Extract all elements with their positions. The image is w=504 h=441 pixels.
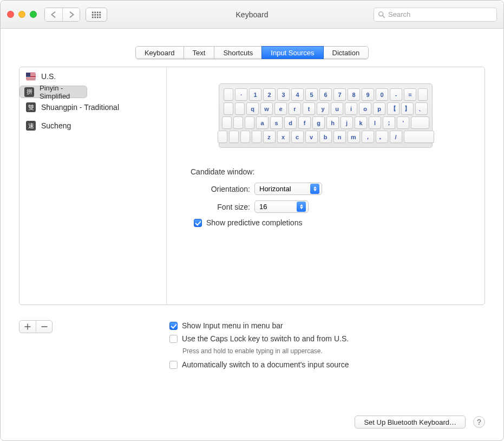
source-label: U.S. [41,72,56,81]
key: ， [362,131,374,143]
source-item[interactable]: 拼Pinyin - Simplified [19,86,87,98]
back-button[interactable] [45,8,62,21]
key: z [263,131,276,143]
search-field-wrap[interactable] [374,8,497,22]
close-button[interactable] [7,11,14,18]
svg-rect-1 [94,11,96,13]
tab-shortcuts[interactable]: Shortcuts [214,46,262,59]
predictive-checkbox[interactable] [194,219,202,227]
fontsize-label: Font size: [191,203,250,211]
key: 3 [277,88,290,101]
candidate-section: Candidate window: Orientation: Horizonta… [186,167,465,227]
search-icon [378,11,385,18]
key: e [274,102,287,115]
source-item[interactable]: 速Sucheng [19,116,166,135]
key: p [373,102,385,115]
auto-switch-checkbox[interactable] [169,361,178,369]
key: x [277,131,290,143]
tab-keyboard[interactable]: Keyboard [135,46,184,59]
key: 9 [362,88,374,101]
add-source-button[interactable] [19,321,36,333]
search-input[interactable] [388,10,493,18]
key: 、 [415,102,428,115]
show-all-button[interactable] [86,8,107,22]
key: b [319,131,332,143]
tab-input-sources[interactable]: Input Sources [261,46,323,59]
source-icon: 速 [26,121,36,131]
global-options: Show Input menu in menu bar Use the Caps… [169,321,476,373]
tab-dictation[interactable]: Dictation [323,46,369,59]
key: t [303,102,315,115]
key: j [341,116,353,129]
caps-lock-row[interactable]: Use the Caps Lock key to switch to and f… [169,334,476,343]
fontsize-value: 16 [259,203,297,211]
svg-line-13 [383,15,385,17]
key: 2 [263,88,276,101]
key: u [331,102,343,115]
svg-rect-11 [99,16,101,18]
forward-button[interactable] [62,8,80,21]
key: d [284,116,297,129]
window-controls [7,11,37,18]
predictive-checkbox-row[interactable]: Show predictive completions [191,218,461,227]
fontsize-select[interactable]: 16 [254,200,309,213]
caps-lock-checkbox[interactable] [169,335,178,343]
source-label: Pinyin - Simplified [40,84,84,100]
orientation-select[interactable]: Horizontal [254,183,322,195]
svg-rect-0 [92,11,94,13]
key: q [246,102,259,115]
orientation-label: Orientation: [191,185,250,193]
source-detail: ·1234567890-=qwertyuiop【】、asdfghjkl；'zxc… [167,67,485,304]
show-menu-row[interactable]: Show Input menu in menu bar [169,321,476,330]
zoom-button[interactable] [30,11,37,18]
svg-rect-2 [97,11,99,13]
chevron-up-down-icon [297,202,306,212]
key: c [291,131,304,143]
auto-switch-row[interactable]: Automatically switch to a document's inp… [169,360,476,369]
key: o [359,102,371,115]
content-panel: U.S.拼Pinyin - Simplified雙Shuangpin - Tra… [19,67,485,305]
source-item[interactable]: U.S. [19,67,166,86]
caps-lock-hint: Press and hold to enable typing in all u… [182,347,476,355]
key: 】 [401,102,414,115]
source-label: Sucheng [41,121,71,130]
bluetooth-keyboard-button[interactable]: Set Up Bluetooth Keyboard… [355,416,466,429]
key: g [312,116,325,129]
svg-rect-4 [92,14,94,16]
key: 5 [305,88,318,101]
help-button[interactable]: ? [473,416,485,428]
key: 6 [319,88,332,101]
key: 1 [249,88,261,101]
key: 7 [333,88,346,101]
source-icon [26,73,36,80]
show-menu-checkbox[interactable] [169,322,178,330]
key: f [298,116,311,129]
key: - [390,88,402,101]
keyboard-row: ·1234567890-= [224,88,428,101]
caps-lock-label: Use the Caps Lock key to switch to and f… [182,334,349,343]
tab-text[interactable]: Text [184,46,215,59]
source-item[interactable]: 雙Shuangpin - Traditional [19,98,166,116]
key: ' [397,116,409,129]
titlebar: Keyboard [1,1,503,29]
key: / [390,131,402,143]
keyboard-row: zxcvbnm，。/ [224,131,428,143]
key: 8 [348,88,360,101]
svg-rect-6 [97,14,99,16]
minimize-button[interactable] [18,11,25,18]
chevron-up-down-icon [310,184,319,194]
key: v [305,131,318,143]
keyboard-row: qwertyuiop【】、 [224,102,428,115]
keyboard-row: asdfghjkl；' [224,116,428,129]
key: 0 [376,88,388,101]
key: l [369,116,381,129]
key: = [404,88,416,101]
key: 【 [387,102,400,115]
key: · [235,88,247,101]
show-menu-label: Show Input menu in menu bar [182,321,283,330]
svg-rect-3 [99,11,101,13]
preferences-window: Keyboard KeyboardTextShortcutsInput Sour… [0,0,504,441]
remove-source-button[interactable] [36,321,52,333]
keyboard-preview: ·1234567890-=qwertyuiop【】、asdfghjkl；'zxc… [219,83,433,148]
source-label: Shuangpin - Traditional [41,103,119,112]
